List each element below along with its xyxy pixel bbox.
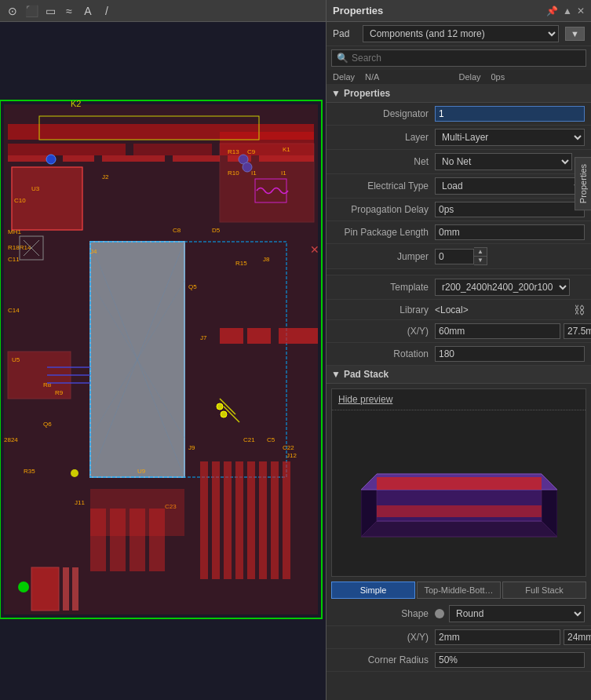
jumper-value: ▲ ▼: [435, 247, 585, 265]
electrical-type-select[interactable]: Load Source: [435, 177, 585, 195]
delay-col-1: Delay N/A: [333, 72, 459, 82]
toolbar-icon-6[interactable]: /: [99, 3, 115, 19]
pad-type-selector[interactable]: Components (and 12 more): [363, 25, 559, 42]
propagation-delay-value: [435, 202, 585, 217]
svg-text:C22: C22: [283, 444, 294, 451]
preview-3d: [332, 410, 586, 576]
panel-header: Properties 📌 ▲ ✕: [327, 0, 591, 22]
shape-row: Shape Round Rectangle Oval: [327, 602, 591, 626]
svg-rect-79: [90, 509, 106, 571]
round-indicator: [435, 609, 444, 618]
layer-label: Layer: [333, 132, 435, 143]
template-row: Template r200_2400h2400_200r100: [327, 275, 591, 300]
hide-preview-link[interactable]: Hide preview: [332, 389, 586, 410]
svg-text:J4: J4: [90, 248, 97, 255]
pcb-canvas-area: ⊙ ⬛ ▭ ≈ A / K2: [0, 0, 326, 700]
jumper-label: Jumper: [333, 251, 435, 262]
svg-marker-102: [377, 505, 542, 517]
template-select[interactable]: r200_2400h2400_200r100: [435, 279, 570, 296]
svg-text:C21: C21: [243, 436, 255, 443]
rotation-label: Rotation: [333, 348, 435, 359]
propagation-delay-input[interactable]: [435, 202, 585, 217]
rotation-input[interactable]: [435, 346, 585, 362]
size-x-input[interactable]: [435, 629, 560, 645]
toolbar-icon-3[interactable]: ▭: [42, 3, 58, 19]
properties-section-header[interactable]: ▼ Properties: [327, 85, 591, 103]
library-value: <Local> ⛓: [435, 304, 585, 316]
library-label: Library: [333, 304, 435, 315]
svg-point-88: [217, 403, 223, 410]
svg-text:R9: R9: [55, 389, 64, 396]
svg-rect-82: [149, 509, 165, 571]
svg-text:J8: J8: [263, 256, 270, 263]
net-row-inner: No Net ✏: [435, 153, 585, 170]
net-select[interactable]: No Net: [435, 153, 572, 170]
padstack-section-label: Pad Stack: [344, 369, 389, 380]
xy-label: (X/Y): [333, 326, 435, 337]
designator-input[interactable]: [435, 106, 585, 122]
xy-row-inner: 🔒: [435, 323, 591, 339]
svg-rect-67: [212, 461, 220, 579]
svg-text:J12: J12: [286, 452, 297, 459]
spinner-up-button[interactable]: ▲: [474, 248, 487, 257]
svg-text:C14: C14: [8, 307, 20, 314]
svg-text:J9: J9: [188, 444, 195, 451]
close-icon[interactable]: ✕: [577, 5, 585, 16]
svg-rect-76: [63, 567, 69, 611]
svg-rect-10: [63, 155, 94, 162]
jumper-row-inner: ▲ ▼: [435, 247, 585, 265]
svg-text:J11: J11: [75, 499, 85, 506]
svg-marker-96: [361, 521, 557, 537]
corner-radius-input[interactable]: [435, 652, 585, 668]
toolbar-icon-4[interactable]: ≈: [61, 3, 77, 19]
pin-package-length-input[interactable]: [435, 224, 585, 240]
svg-rect-75: [31, 567, 59, 611]
svg-text:K2: K2: [71, 99, 81, 108]
svg-text:K1: K1: [283, 146, 290, 153]
designator-row: Designator: [327, 103, 591, 126]
shape-value: Round Rectangle Oval: [435, 605, 585, 622]
svg-rect-77: [72, 567, 78, 611]
toolbar-icon-5[interactable]: A: [80, 3, 96, 19]
svg-rect-71: [259, 461, 267, 579]
x-input[interactable]: [435, 323, 560, 339]
svg-text:C10: C10: [14, 197, 26, 204]
jumper-input[interactable]: [435, 249, 474, 264]
svg-text:U5: U5: [12, 356, 20, 363]
library-row-inner: <Local> ⛓: [435, 304, 585, 316]
shape-select[interactable]: Round Rectangle Oval: [449, 605, 585, 622]
toolbar-icon-2[interactable]: ⬛: [24, 3, 39, 19]
rotation-value: [435, 346, 585, 362]
minimize-icon[interactable]: ▲: [563, 5, 572, 16]
xy-row: (X/Y) 🔒: [327, 320, 591, 343]
tab-top-middle-bottom[interactable]: Top-Middle-Bott…: [417, 582, 501, 599]
search-input[interactable]: [352, 53, 581, 64]
svg-text:MH1: MH1: [8, 228, 21, 235]
svg-rect-4: [8, 144, 126, 155]
y-input[interactable]: [564, 323, 591, 339]
pin-icon[interactable]: 📌: [546, 5, 558, 16]
vertical-properties-tab[interactable]: Properties: [575, 157, 591, 210]
size-y-input[interactable]: [564, 629, 591, 645]
filter-button[interactable]: ▼: [565, 27, 585, 41]
layer-select[interactable]: Multi-Layer Top Layer Bottom Layer: [435, 129, 585, 146]
svg-text:D5: D5: [212, 227, 221, 234]
size-xy-value: [435, 629, 591, 645]
svg-point-74: [18, 582, 29, 592]
tab-full-stack[interactable]: Full Stack: [502, 582, 586, 599]
corner-radius-value: [435, 652, 585, 668]
pcb-canvas[interactable]: K2 C10 U3 J2 R13 C9 K1 R10: [0, 22, 326, 700]
padstack-section-header[interactable]: ▼ Pad Stack: [327, 366, 591, 384]
propagation-delay-label: Propagation Delay: [333, 204, 435, 215]
jumper-row: Jumper ▲ ▼: [327, 244, 591, 269]
svg-point-15: [46, 155, 56, 164]
shape-label: Shape: [333, 608, 435, 619]
svg-rect-68: [224, 461, 232, 579]
tab-simple[interactable]: Simple: [331, 582, 415, 599]
spinner-down-button[interactable]: ▼: [474, 257, 487, 264]
library-link-icon[interactable]: ⛓: [574, 304, 585, 316]
toolbar-icon-1[interactable]: ⊙: [5, 3, 20, 19]
corner-radius-label: Corner Radius: [333, 654, 435, 665]
svg-text:C11: C11: [8, 256, 20, 263]
delay-label-1: Delay: [333, 72, 360, 82]
